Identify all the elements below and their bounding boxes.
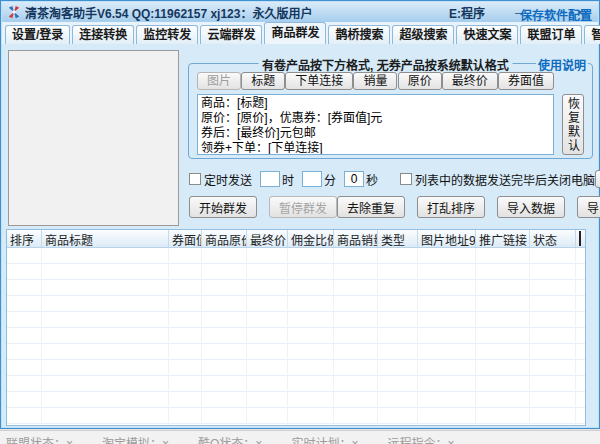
- timed-send-label: 定时发送: [204, 171, 252, 188]
- export-data-button[interactable]: 导出数据: [577, 196, 600, 218]
- table-grid-columns: [7, 248, 585, 425]
- status-remote-command: 远程指令：×: [387, 434, 454, 444]
- pause-broadcast-button[interactable]: 暂停群发: [269, 196, 337, 218]
- tab-quick-copy[interactable]: 快速文案: [456, 25, 518, 44]
- status-alliance: 联盟状态：×: [6, 434, 73, 444]
- restore-default-button[interactable]: 恢复默认: [562, 94, 584, 155]
- insert-coupon-value-button[interactable]: 券面值: [498, 72, 554, 90]
- tab-monitor-forward[interactable]: 监控转发: [136, 25, 198, 44]
- shutdown-checkbox-box[interactable]: [400, 173, 412, 185]
- column-header-type[interactable]: 类型: [378, 230, 418, 247]
- status-bar: 联盟状态：× 淘宝模拟：× 酷Q状态：× 实时计划：× 远程指令：×: [0, 430, 600, 444]
- shutdown-checkbox[interactable]: 列表中的数据发送完毕后关闭电脑: [400, 171, 595, 188]
- product-table: 排序 商品标题 券面值 商品原价 最终价 佣金比例 商品销量 类型 图片地址9 …: [6, 229, 586, 426]
- column-header-coupon-value[interactable]: 券面值: [169, 230, 202, 247]
- second-input[interactable]: [344, 171, 364, 187]
- hour-label: 时: [282, 171, 294, 188]
- second-label: 秒: [366, 171, 378, 188]
- insert-order-link-button[interactable]: 下单连接: [285, 72, 353, 90]
- tab-alliance-orders[interactable]: 联盟订单: [520, 25, 582, 44]
- tab-super-search[interactable]: 超级搜索: [392, 25, 454, 44]
- insert-buttons-row: 图片 标题 下单连接 销量 原价 最终价 券面值: [197, 72, 554, 90]
- image-preview-panel: [8, 50, 179, 226]
- table-body[interactable]: [7, 248, 585, 425]
- screen: 清茶淘客助手V6.54 QQ:11962157 xj123：永久版用户 E:程序…: [0, 0, 600, 444]
- save-config-link[interactable]: 保存软件配置: [520, 6, 592, 23]
- column-header-sort[interactable]: 排序: [7, 230, 42, 247]
- tab-settings-login[interactable]: 设置/登录: [5, 25, 70, 44]
- column-header-status[interactable]: 状态: [530, 230, 576, 247]
- tab-smart-manage[interactable]: 智能管理: [584, 25, 600, 44]
- remove-duplicates-button[interactable]: 去除重复: [337, 196, 405, 218]
- insert-title-button[interactable]: 标题: [241, 72, 285, 90]
- minute-input[interactable]: [302, 171, 322, 187]
- shutdown-label: 列表中的数据发送完毕后关闭电脑: [415, 171, 595, 188]
- titlebar: 清茶淘客助手V6.54 QQ:11962157 xj123：永久版用户 E:程序…: [2, 2, 598, 22]
- message-template-input[interactable]: 商品：[标题] 原价：[原价]，优惠券：[券面值]元 券后：[最终价]元包邮 领…: [197, 94, 554, 155]
- status-realtime-plan: 实时计划：×: [291, 434, 358, 444]
- import-data-button[interactable]: 导入数据: [497, 196, 565, 218]
- column-header-image-url[interactable]: 图片地址9: [418, 230, 476, 247]
- table-header-row: 排序 商品标题 券面值 商品原价 最终价 佣金比例 商品销量 类型 图片地址9 …: [7, 230, 585, 248]
- tab-bar: 设置/登录 连接转换 监控转发 云端群发 商品群发 鹊桥搜索 超级搜索 快速文案…: [2, 22, 598, 44]
- tab-product-broadcast[interactable]: 商品群发: [264, 22, 326, 44]
- status-coolq: 酷Q状态：×: [198, 434, 262, 444]
- column-header-product-title[interactable]: 商品标题: [42, 230, 169, 247]
- app-icon: [7, 5, 21, 19]
- timer-row: 定时发送 时 分 秒 列表中的数据发送完毕后关闭电脑 群发速度点此设置: [189, 170, 593, 188]
- minute-label: 分: [324, 171, 336, 188]
- timed-send-checkbox[interactable]: 定时发送: [189, 171, 252, 188]
- shuffle-order-button[interactable]: 打乱排序: [417, 196, 485, 218]
- column-header-sales[interactable]: 商品销量: [334, 230, 378, 247]
- status-taobao-sim: 淘宝模拟：×: [102, 434, 169, 444]
- column-header-promo-link[interactable]: 推广链接: [476, 230, 530, 247]
- timed-send-checkbox-box[interactable]: [189, 173, 201, 185]
- insert-sales-button[interactable]: 销量: [353, 72, 397, 90]
- tab-link-convert[interactable]: 连接转换: [72, 25, 134, 44]
- tab-queqiao-search[interactable]: 鹊桥搜索: [328, 25, 390, 44]
- window-title: 清茶淘客助手V6.54 QQ:11962157 xj123：永久版用户: [25, 4, 312, 21]
- titlebar-path-label: E:程序: [449, 4, 485, 21]
- column-header-original-price[interactable]: 商品原价: [202, 230, 247, 247]
- format-group-box: 有卷产品按下方格式, 无券产品按系统默认格式 使用说明 图片 标题 下单连接 销…: [188, 63, 593, 159]
- insert-final-price-button[interactable]: 最终价: [442, 72, 498, 90]
- start-broadcast-button[interactable]: 开始群发: [189, 196, 257, 218]
- broadcast-speed-button[interactable]: 群发速度点此设置: [595, 170, 600, 188]
- tab-cloud-broadcast[interactable]: 云端群发: [200, 25, 262, 44]
- column-header-final-price[interactable]: 最终价: [247, 230, 288, 247]
- format-group-title: 有卷产品按下方格式, 无券产品按系统默认格式: [258, 56, 513, 73]
- header-caret-line: [579, 231, 581, 246]
- insert-original-price-button[interactable]: 原价: [398, 72, 442, 90]
- hour-input[interactable]: [260, 171, 280, 187]
- help-link[interactable]: 使用说明: [536, 56, 588, 73]
- app-window: 清茶淘客助手V6.54 QQ:11962157 xj123：永久版用户 E:程序…: [0, 0, 600, 429]
- action-row: 开始群发 暂停群发 去除重复 打乱排序 导入数据 导出数据: [189, 195, 593, 219]
- insert-image-button[interactable]: 图片: [197, 72, 241, 90]
- column-header-commission-rate[interactable]: 佣金比例: [288, 230, 334, 247]
